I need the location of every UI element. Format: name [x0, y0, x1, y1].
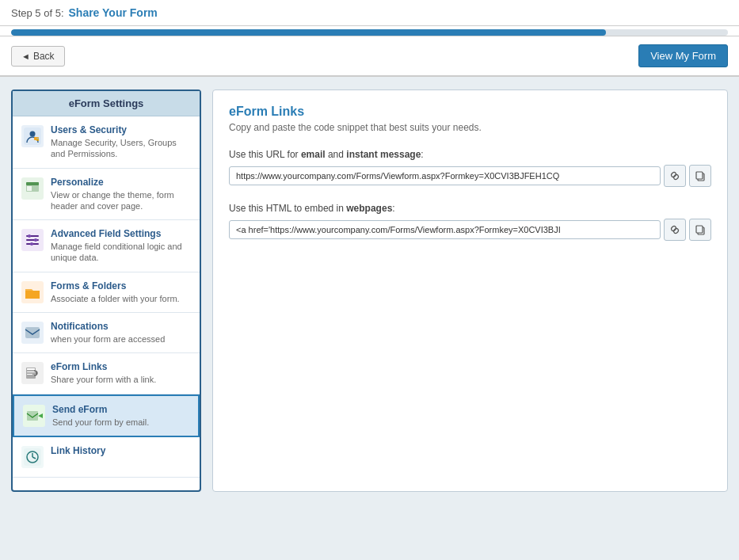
svg-rect-24 [27, 411, 38, 421]
back-label: Back [33, 51, 55, 62]
sidebar-item-send-eform-title: Send eForm [52, 404, 190, 415]
svg-point-13 [34, 238, 37, 242]
sidebar-item-send-eform[interactable]: Send eForm Send your form by email. [13, 394, 200, 437]
svg-rect-22 [27, 374, 32, 375]
step-text: Step 5 of 5: [11, 7, 64, 19]
svg-text:🔒: 🔒 [36, 137, 40, 141]
send-eform-icon-wrapper [22, 404, 46, 428]
step-title: Share Your Form [69, 6, 158, 19]
sidebar-item-personalize-title: Personalize [51, 177, 192, 188]
svg-point-14 [30, 242, 33, 246]
progress-bar-container [0, 26, 739, 36]
svg-point-1 [30, 131, 36, 137]
sidebar-item-users-security[interactable]: 🔒 Users & Security Manage Security, User… [13, 116, 200, 169]
sidebar-item-link-history[interactable]: Link History [13, 437, 200, 478]
notifications-icon [21, 322, 44, 344]
html-input-row [229, 219, 711, 241]
forms-folders-icon-wrapper [21, 280, 44, 304]
svg-rect-7 [27, 186, 32, 191]
sidebar-item-notifications-desc: when your form are accessed [51, 333, 192, 345]
sidebar-item-users-security-desc: Manage Security, Users, Groups and Permi… [51, 137, 192, 160]
progress-fill [11, 29, 606, 36]
svg-rect-6 [26, 182, 39, 185]
html-section-label: Use this HTML to embed in webpages: [229, 203, 711, 214]
url-input-row [229, 165, 711, 187]
sidebar-item-notifications-title: Notifications [51, 321, 192, 332]
sidebar-item-forms-folders-title: Forms & Folders [51, 280, 192, 291]
sidebar-item-personalize-desc: View or change the theme, form header an… [51, 189, 192, 212]
progress-track [11, 29, 728, 36]
sidebar-item-notifications[interactable]: Notifications when your form are accesse… [13, 313, 200, 353]
forms-folders-icon [21, 281, 44, 303]
notifications-icon-wrapper [21, 321, 44, 345]
copy-icon [695, 171, 706, 181]
link-icon [669, 170, 680, 181]
svg-rect-17 [25, 327, 40, 338]
sidebar-item-send-eform-text: Send eForm Send your form by email. [52, 404, 190, 428]
url-input[interactable] [229, 166, 661, 185]
sidebar-item-link-history-text: Link History [51, 445, 192, 456]
eform-links-icon-wrapper [21, 361, 44, 385]
sidebar-item-advanced[interactable]: Advanced Field Settings Manage field con… [13, 220, 200, 272]
advanced-icon-wrapper [21, 228, 44, 252]
sidebar-item-eform-links-title: eForm Links [51, 361, 192, 372]
url-link-button[interactable] [664, 165, 686, 187]
sidebar-item-forms-folders[interactable]: Forms & Folders Associate a folder with … [13, 272, 200, 313]
eform-links-icon [21, 362, 44, 384]
html-input[interactable] [229, 220, 661, 239]
top-header: Step 5 of 5: Share Your Form [0, 0, 739, 26]
url-label-instant: instant message [346, 149, 421, 160]
nav-bar: ◄ Back View My Form [0, 36, 739, 77]
sidebar-title: eForm Settings [13, 91, 200, 116]
link-icon-2 [669, 224, 680, 235]
panel-subtitle: Copy and paste the code snippet that bes… [229, 122, 711, 133]
html-copy-button[interactable] [689, 219, 711, 241]
main-area: eForm Settings 🔒 Users & Security Manage… [0, 77, 739, 505]
sidebar-item-eform-links[interactable]: eForm Links Share your form with a link. [13, 353, 200, 394]
sidebar-item-advanced-text: Advanced Field Settings Manage field con… [51, 228, 192, 264]
svg-rect-21 [27, 371, 35, 372]
back-arrow-icon: ◄ [21, 51, 30, 61]
link-history-icon-wrapper [21, 445, 44, 469]
right-panel: eForm Links Copy and paste the code snip… [212, 90, 728, 492]
back-button[interactable]: ◄ Back [11, 46, 65, 67]
url-copy-button[interactable] [689, 165, 711, 187]
sidebar-item-advanced-title: Advanced Field Settings [51, 228, 192, 239]
sidebar-item-users-security-title: Users & Security [51, 124, 192, 135]
send-eform-icon [23, 405, 45, 427]
link-history-icon [21, 446, 44, 468]
panel-title: eForm Links [229, 105, 711, 119]
html-label-webpages: webpages [346, 203, 392, 214]
sidebar-item-forms-folders-text: Forms & Folders Associate a folder with … [51, 280, 192, 304]
sidebar-item-advanced-desc: Manage field conditional logic and uniqu… [51, 241, 192, 264]
svg-rect-20 [27, 368, 35, 370]
svg-rect-33 [696, 226, 703, 233]
users-security-icon-wrapper: 🔒 [21, 124, 44, 148]
advanced-icon [21, 229, 44, 251]
sidebar-item-personalize[interactable]: Personalize View or change the theme, fo… [13, 169, 200, 221]
url-section-label: Use this URL for email and instant messa… [229, 149, 711, 160]
sidebar: eForm Settings 🔒 Users & Security Manage… [11, 90, 201, 492]
users-security-icon: 🔒 [21, 125, 44, 147]
copy-icon-2 [695, 225, 706, 235]
sidebar-item-send-eform-desc: Send your form by email. [52, 417, 190, 428]
svg-point-12 [28, 234, 31, 238]
url-label-email: email [301, 149, 326, 160]
html-link-button[interactable] [664, 219, 686, 241]
sidebar-item-link-history-title: Link History [51, 445, 192, 456]
svg-rect-31 [696, 172, 703, 179]
sidebar-item-eform-links-text: eForm Links Share your form with a link. [51, 361, 192, 385]
view-form-button[interactable]: View My Form [638, 44, 728, 67]
personalize-icon [21, 177, 44, 200]
sidebar-item-personalize-text: Personalize View or change the theme, fo… [51, 177, 192, 212]
sidebar-item-forms-folders-desc: Associate a folder with your form. [51, 293, 192, 304]
sidebar-item-notifications-text: Notifications when your form are accesse… [51, 321, 192, 345]
sidebar-item-eform-links-desc: Share your form with a link. [51, 374, 192, 385]
personalize-icon-wrapper [21, 177, 44, 200]
sidebar-item-users-security-text: Users & Security Manage Security, Users,… [51, 124, 192, 160]
